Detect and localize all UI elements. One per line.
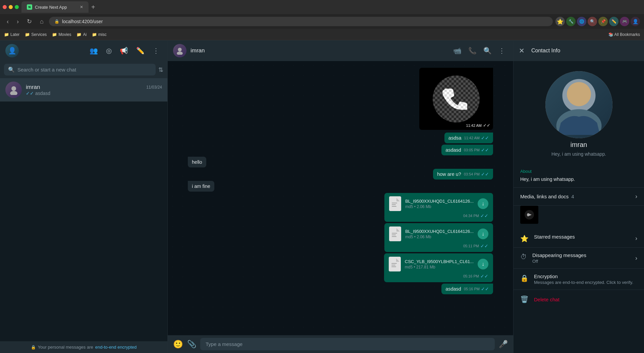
- bookmark-ai[interactable]: 📁 Ai: [76, 32, 87, 37]
- footer-link[interactable]: end-to-end encrypted: [95, 345, 137, 350]
- read-tick-icon: ✓✓: [26, 91, 34, 96]
- search-chat-btn[interactable]: 🔍: [481, 44, 494, 57]
- voice-call-btn[interactable]: 📞: [466, 44, 479, 57]
- browser-tab-active[interactable]: N Create Next App ✕: [21, 1, 89, 13]
- msg-asdasd-2: asdasd 05:16 PM ✓✓: [441, 284, 493, 294]
- phone-icon: 📞: [468, 47, 477, 54]
- bookmark-later[interactable]: 📁 Later: [4, 32, 19, 37]
- encryption-row[interactable]: 🔒 Encryption Messages are end-to-end enc…: [514, 269, 644, 290]
- message-text: asdasd: [445, 147, 461, 153]
- bookmarks-bar: 📁 Later 📁 Services 📁 Movies 📁 Ai 📁 misc …: [0, 29, 644, 40]
- ext-4[interactable]: 📌: [598, 17, 608, 26]
- my-avatar[interactable]: 👤: [5, 44, 19, 57]
- emoji-btn[interactable]: 🙂: [173, 340, 183, 349]
- close-contact-info-btn[interactable]: ✕: [519, 47, 525, 55]
- svg-rect-5: [392, 203, 397, 203]
- chat-item-imran[interactable]: imran 11/03/24 ✓✓ asdasd: [0, 78, 167, 102]
- chat-menu-btn[interactable]: ⋮: [496, 44, 508, 57]
- file-download-btn-2[interactable]: ↓: [478, 229, 488, 239]
- delete-chat-row[interactable]: 🗑️ Delete chat: [514, 290, 644, 309]
- maximize-window-btn[interactable]: [15, 5, 19, 9]
- chat-time: 11/03/24: [146, 85, 162, 90]
- minimize-window-btn[interactable]: [9, 5, 13, 9]
- message-meta: 03:54 PM ✓✓: [464, 171, 489, 177]
- action-content: Disappearing messages Off: [532, 252, 630, 264]
- chat-header-avatar[interactable]: [173, 44, 186, 57]
- delete-icon: 🗑️: [520, 295, 529, 303]
- new-tab-btn[interactable]: +: [91, 3, 95, 11]
- filter-icon[interactable]: ⇅: [158, 66, 163, 73]
- reload-btn[interactable]: ↻: [24, 16, 35, 27]
- lock-icon: 🔒: [54, 19, 59, 24]
- communities-btn[interactable]: 👥: [87, 44, 101, 57]
- close-window-btn[interactable]: [3, 5, 7, 9]
- search-chat-icon: 🔍: [483, 47, 492, 54]
- media-thumb-1[interactable]: [520, 206, 538, 224]
- bookmark-misc[interactable]: 📁 misc: [92, 32, 107, 37]
- forward-btn[interactable]: ›: [14, 17, 21, 27]
- media-row-left: Media, links and docs 4: [520, 194, 574, 199]
- contact-info-header: ✕ Contact Info: [514, 40, 644, 61]
- svg-rect-8: [390, 228, 400, 240]
- all-bookmarks[interactable]: 📚 All Bookmarks: [608, 32, 640, 37]
- media-links-row[interactable]: Media, links and docs 4 ›: [514, 188, 644, 206]
- ext-6[interactable]: 🎮: [620, 17, 629, 26]
- chat-header-name: imran: [191, 47, 446, 54]
- channels-btn[interactable]: 📢: [117, 44, 131, 57]
- file-info: BL_I9500XXUHQD1_CL6164126... md5 • 2.06 …: [405, 199, 474, 209]
- status-btn[interactable]: ◎: [103, 44, 114, 57]
- mic-btn[interactable]: 🎤: [499, 340, 508, 349]
- contact-profile: imran Hey, i am using whatsapp.: [514, 61, 644, 163]
- close-tab-btn[interactable]: ✕: [80, 5, 83, 9]
- folder-icon: 📁: [52, 32, 57, 37]
- extensions-icon[interactable]: ⭐: [555, 17, 565, 26]
- message-text: how are u?: [437, 171, 461, 177]
- starred-messages-row[interactable]: ⭐ Starred messages ›: [514, 229, 644, 248]
- chat-name: imran: [26, 84, 40, 91]
- file-info: BL_I9500XXUHQD1_CL6164126... md5 • 2.06 …: [405, 229, 474, 239]
- message-text: hello: [192, 159, 202, 165]
- messages-area: 11:42 AM ✓✓ asdsa 11:42 AM ✓✓ a: [168, 61, 513, 335]
- chat-input-area: 🙂 📎 Type a message 🎤: [168, 335, 513, 353]
- file-download-btn-3[interactable]: ↓: [478, 259, 488, 269]
- ext-1[interactable]: 🔧: [566, 17, 576, 26]
- search-input[interactable]: [17, 67, 152, 72]
- url-text: localhost:4200/user: [62, 19, 103, 24]
- bookmark-services[interactable]: 📁 Services: [25, 32, 47, 37]
- message-text: asdsa: [448, 135, 462, 141]
- svg-point-3: [177, 51, 183, 55]
- file-content: CSC_YLB_I9500YLBHPL1_CL61... md5 • 217.8…: [389, 257, 488, 271]
- file-msg-1: BL_I9500XXUHQD1_CL6164126... md5 • 2.06 …: [384, 193, 493, 222]
- disappearing-messages-row[interactable]: ⏱ Disappearing messages Off ›: [514, 248, 644, 269]
- msg-asdsa: asdsa 11:42 AM ✓✓: [444, 133, 493, 143]
- file-ticks: ✓✓: [480, 243, 488, 249]
- msg-asdasd-1: asdasd 03:05 PM ✓✓: [441, 145, 493, 155]
- svg-point-18: [567, 82, 591, 106]
- back-btn[interactable]: ‹: [4, 17, 11, 27]
- folder-icon: 📁: [76, 32, 82, 37]
- file-download-btn[interactable]: ↓: [478, 198, 488, 209]
- message-meta: 05:16 PM ✓✓: [464, 286, 489, 292]
- new-chat-btn[interactable]: ✏️: [133, 44, 147, 57]
- bookmark-movies[interactable]: 📁 Movies: [52, 32, 71, 37]
- browser-icons: ⭐ 🔧 🌐 🔍 📌 ✏️ 🎮 👤: [555, 17, 640, 26]
- action-content: Encryption Messages are end-to-end encry…: [534, 273, 637, 285]
- menu-btn[interactable]: ⋮: [150, 44, 162, 57]
- search-input-container[interactable]: 🔍: [4, 64, 156, 75]
- home-btn[interactable]: ⌂: [37, 17, 46, 27]
- chevron-icon: ›: [635, 235, 637, 242]
- img-content: [419, 68, 493, 130]
- attach-btn[interactable]: 📎: [187, 340, 196, 349]
- address-bar[interactable]: 🔒 localhost:4200/user: [49, 17, 553, 26]
- message-text: asdasd: [445, 286, 461, 292]
- video-call-btn[interactable]: 📹: [450, 44, 464, 57]
- profile-icon[interactable]: 👤: [631, 17, 640, 26]
- message-input-field[interactable]: Type a message: [200, 338, 495, 350]
- svg-rect-4: [390, 198, 400, 209]
- ext-2[interactable]: 🌐: [577, 17, 586, 26]
- ext-3[interactable]: 🔍: [588, 17, 597, 26]
- ext-5[interactable]: ✏️: [609, 17, 619, 26]
- contact-big-avatar[interactable]: [545, 71, 612, 138]
- svg-rect-6: [392, 204, 396, 205]
- file-time: 04:34 PM: [463, 214, 479, 218]
